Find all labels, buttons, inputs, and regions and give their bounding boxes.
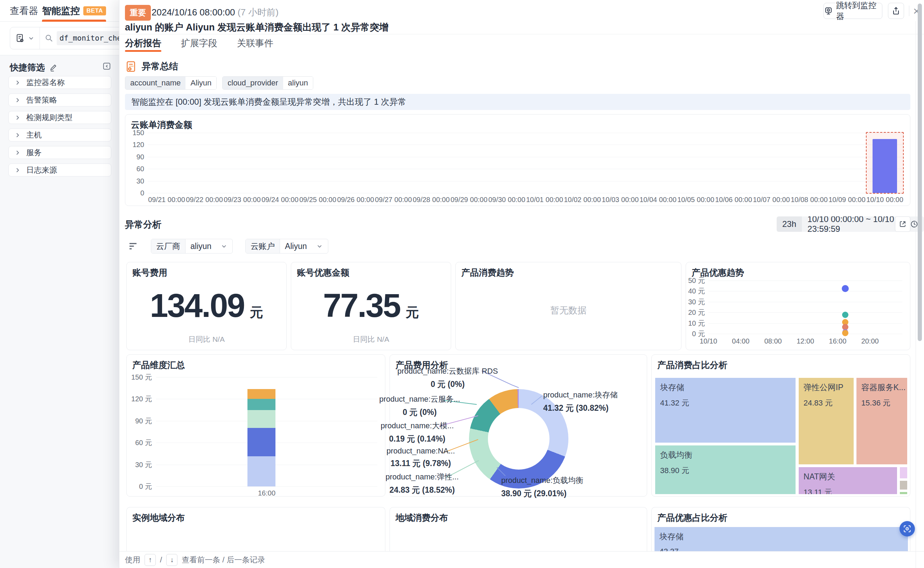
filter-item-service[interactable]: 服务 <box>8 146 111 159</box>
header-divider <box>909 6 909 16</box>
treemap-block-sliver[interactable] <box>899 467 908 479</box>
filter-item-rule-type[interactable]: 检测规则类型 <box>8 111 111 124</box>
filter-item-log-source[interactable]: 日志来源 <box>8 163 111 177</box>
anomaly-bar[interactable] <box>873 139 897 193</box>
treemap-block-sliver[interactable] <box>899 480 908 490</box>
chart-card-region-cost: 地域消费分布 <box>390 507 647 551</box>
x-tick-label: 09/22 00:00 <box>185 196 223 204</box>
x-tick-label: 10/01 00:00 <box>526 196 564 204</box>
jump-to-monitor-button[interactable]: 跳转到监控器 <box>823 3 882 19</box>
chevron-right-icon <box>14 167 21 173</box>
treemap-block-sliver[interactable] <box>899 491 908 495</box>
select-cloud-provider[interactable]: 云厂商 aliyun <box>151 239 233 254</box>
chart-title: 产品优惠占比分析 <box>657 512 727 524</box>
tag-cloud-provider[interactable]: cloud_provider aliyun <box>222 76 313 90</box>
stack-segment-NAT网关[interactable] <box>247 389 276 399</box>
treemap-label: 负载均衡 <box>660 450 796 461</box>
x-tick-label: 04:00 <box>732 337 749 345</box>
no-data-text: 暂无数据 <box>456 304 681 317</box>
select-value: aliyun <box>190 242 211 251</box>
clock-icon <box>910 220 918 228</box>
scatter-dot-容器服务K8s[interactable] <box>842 312 849 318</box>
stack-segment-负载均衡[interactable] <box>247 428 276 456</box>
filter-item-host[interactable]: 主机 <box>8 128 111 142</box>
stat-value: 77.35 <box>323 287 400 325</box>
search-input[interactable]: df_monitor_check <box>40 31 125 45</box>
y-tick-label: 30 <box>137 177 144 185</box>
inspect-floating-button[interactable] <box>900 521 915 536</box>
tab-extended-fields[interactable]: 扩展字段 <box>181 34 217 52</box>
filter-item-label: 监控器名称 <box>26 77 65 88</box>
chevron-right-icon <box>14 80 21 86</box>
tab-smart-monitor[interactable]: 智能监控 BETA <box>42 0 106 22</box>
open-in-new-button[interactable] <box>895 216 910 232</box>
chevron-down-icon <box>316 243 323 250</box>
scrollbar[interactable] <box>918 3 922 341</box>
tab-analysis-report[interactable]: 分析报告 <box>125 34 161 52</box>
x-tick-label: 10/10 <box>699 337 717 345</box>
chart-title: 地域消费分布 <box>395 512 448 524</box>
treemap-value: 15.36 元 <box>861 398 907 408</box>
treemap-value: 24.83 元 <box>803 398 854 408</box>
chevron-right-icon <box>14 150 21 156</box>
treemap-block-块存储[interactable]: 块存储41.32 元 <box>654 377 796 443</box>
tag-account-name[interactable]: account_name Aliyun <box>125 76 217 90</box>
filter-item-monitor-name[interactable]: 监控器名称 <box>8 76 111 89</box>
treemap-block-弹性公网IP[interactable]: 弹性公网IP24.83 元 <box>798 377 854 465</box>
stat-subtext: 日同比 N/A <box>291 334 451 344</box>
tab-viewer[interactable]: 查看器 <box>10 0 38 22</box>
scatter-plot <box>708 281 902 334</box>
treemap-label: NAT网关 <box>803 471 897 482</box>
filter-item-label: 检测规则类型 <box>26 112 72 123</box>
treemap-block-NAT网关[interactable]: NAT网关13.11 元 <box>798 467 898 495</box>
tab-related-events[interactable]: 关联事件 <box>237 34 273 52</box>
stat-number: 77.35 元 <box>291 287 451 325</box>
select-value: Aliyun <box>285 242 307 251</box>
scatter-dot-块存储[interactable] <box>842 285 849 292</box>
donut-label-rds: product_name:云数据库 RDS0 元 (0%) <box>397 366 498 390</box>
stack-segment-容器服务K8s[interactable] <box>247 399 276 410</box>
stack-segment-块存储[interactable] <box>247 456 276 486</box>
treemap-block-容器服务K...[interactable]: 容器服务K...15.36 元 <box>856 377 908 465</box>
search-query-value: df_monitor_check <box>57 31 125 45</box>
gridline <box>148 169 904 169</box>
x-tick-label: 09/25 00:00 <box>299 196 337 204</box>
tab-smart-monitor-label: 智能监控 <box>42 5 80 17</box>
treemap-block-block-storage[interactable]: 块存储 42.27 <box>654 527 908 551</box>
gridline <box>156 486 377 487</box>
share-button[interactable] <box>888 3 904 19</box>
x-tick-label: 10/04 00:00 <box>639 196 677 204</box>
chart-title: 产品消费趋势 <box>461 267 514 278</box>
chevron-right-icon <box>14 97 21 103</box>
donut-label-slb: product_name:负载均衡38.90 元 (29.01%) <box>501 475 583 499</box>
app-window: 查看器 智能监控 BETA <box>0 0 924 568</box>
scatter-dot-其他[interactable] <box>842 330 849 336</box>
y-axis: 0 元30 元60 元90 元120 元150 元 <box>127 377 152 486</box>
stat-subtext: 日同比 N/A <box>127 334 286 344</box>
search-box[interactable]: df_monitor_check <box>10 27 125 49</box>
gridline <box>148 193 904 193</box>
chart-card-discount-share: 产品优惠占比分析 块存储 42.27 <box>651 507 910 551</box>
filter-lines-icon[interactable] <box>128 241 138 251</box>
y-tick-label: 10 元 <box>688 318 705 328</box>
y-tick-label: 0 元 <box>139 482 152 491</box>
beta-badge: BETA <box>83 6 106 15</box>
viewer-type-dropdown[interactable] <box>10 27 40 49</box>
stack-segment-弹性公网IP[interactable] <box>247 410 276 428</box>
y-tick-label: 60 元 <box>135 438 152 447</box>
y-tick-label: 120 元 <box>131 394 152 404</box>
stat-card-account-cost: 账号费用 134.09 元 日同比 N/A <box>127 262 286 350</box>
edit-pencil-icon[interactable] <box>49 63 57 72</box>
y-axis: 0 元10 元20 元30 元40 元50 元 <box>686 281 705 334</box>
chart-card-bill-amount: 云账单消费金额 0306090120150 09/21 00:0009/22 0… <box>125 114 910 206</box>
treemap-label: 块存储 <box>659 531 908 542</box>
filter-item-alert-policy[interactable]: 告警策略 <box>8 94 111 106</box>
x-tick-label: 10/07 00:00 <box>752 196 790 204</box>
gridline <box>156 377 377 378</box>
select-cloud-account[interactable]: 云账户 Aliyun <box>245 239 328 254</box>
event-title: aliyun 的账户 Aliyun 发现云账单消费金额出现了 1 次异常突增 <box>125 21 389 33</box>
stat-title: 账号费用 <box>132 267 167 278</box>
collapse-sidebar-icon[interactable] <box>102 62 111 71</box>
event-detail-panel: 重要 2024/10/16 08:00:00 (7 小时前) 跳转到监控器 × … <box>119 0 924 568</box>
treemap-block-负载均衡[interactable]: 负载均衡38.90 元 <box>654 445 796 495</box>
